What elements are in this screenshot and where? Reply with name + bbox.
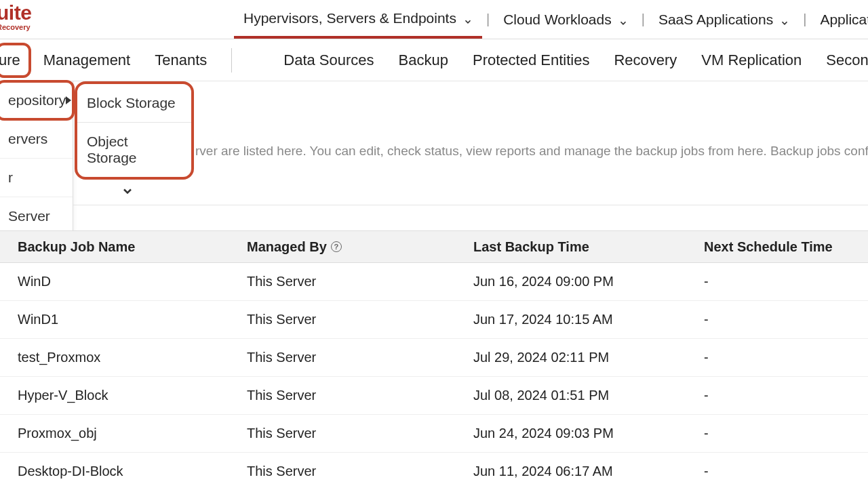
top-nav: uite Recovery Hypervisors, Servers & End… [0, 0, 868, 39]
top-nav-label: SaaS Applications [658, 12, 773, 28]
submenu-item[interactable]: Object Storage [77, 123, 191, 177]
chevron-down-icon [618, 15, 628, 24]
page-description: rver are listed here. You can edit, chec… [195, 144, 868, 159]
chevron-down-icon [121, 184, 134, 198]
top-nav-item[interactable]: Cloud Workloads [494, 1, 637, 39]
chevron-down-icon [780, 15, 789, 24]
sub-nav-left: ureManagementTenants [0, 39, 244, 81]
th-next[interactable]: Next Schedule Time [694, 239, 868, 255]
table-row[interactable]: Desktop-DI-BlockThis ServerJun 11, 2024 … [0, 453, 868, 488]
sub-nav-item[interactable]: Backup [387, 39, 460, 81]
sub-nav-item[interactable]: Data Sources [271, 39, 386, 81]
cell-last-backup: Jun 16, 2024 09:00 PM [464, 274, 694, 289]
sub-nav-item[interactable]: Tenants [142, 39, 219, 81]
chevron-down-icon [463, 14, 473, 23]
cell-next-schedule: - [694, 388, 868, 403]
th-managed-label: Managed By [247, 239, 327, 255]
th-last[interactable]: Last Backup Time [464, 239, 694, 255]
th-last-label: Last Backup Time [473, 239, 589, 255]
cell-managed-by: This Server [237, 274, 464, 289]
th-managed[interactable]: Managed By? [237, 239, 464, 255]
nav-separator: | [799, 12, 810, 27]
cell-next-schedule: - [694, 426, 868, 441]
th-name-label: Backup Job Name [18, 239, 135, 255]
side-menu-label: Server [8, 208, 50, 224]
table-body: WinDThis ServerJun 16, 2024 09:00 PM-Win… [0, 263, 868, 488]
nav-separator: | [482, 12, 494, 27]
sub-nav-item[interactable]: ure [0, 43, 31, 78]
caret-right-icon [66, 96, 71, 104]
cell-job-name: WinD1 [0, 312, 237, 327]
logo-subtitle: Recovery [0, 23, 31, 31]
sub-nav-item[interactable]: Management [31, 39, 142, 81]
help-icon[interactable]: ? [331, 241, 342, 252]
top-nav-item[interactable]: Applications & D [810, 1, 868, 39]
nav-separator: | [637, 12, 649, 27]
sub-nav-item[interactable]: Recovery [601, 39, 689, 81]
top-nav-label: Hypervisors, Servers & Endpoints [243, 10, 456, 26]
divider [73, 205, 868, 205]
top-nav-label: Cloud Workloads [503, 12, 612, 28]
cell-last-backup: Jul 08, 2024 01:51 PM [464, 388, 694, 403]
cell-next-schedule: - [694, 350, 868, 365]
top-nav-item[interactable]: SaaS Applications [649, 1, 799, 39]
cell-last-backup: Jun 17, 2024 10:15 AM [464, 312, 694, 327]
table-row[interactable]: test_ProxmoxThis ServerJul 29, 2024 02:1… [0, 339, 868, 377]
backup-jobs-table: Backup Job Name Managed By? Last Backup … [0, 230, 868, 488]
logo-title: uite [0, 1, 31, 24]
cell-managed-by: This Server [237, 464, 464, 479]
cell-job-name: test_Proxmox [0, 350, 237, 365]
cell-managed-by: This Server [237, 350, 464, 365]
top-nav-label: Applications & D [820, 12, 868, 28]
cell-managed-by: This Server [237, 388, 464, 403]
top-nav-items: Hypervisors, Servers & Endpoints|Cloud W… [234, 1, 868, 39]
cell-last-backup: Jul 29, 2024 02:11 PM [464, 350, 694, 365]
sub-nav-right: Data SourcesBackupProtected EntitiesReco… [271, 39, 868, 81]
cell-next-schedule: - [694, 312, 868, 327]
table-row[interactable]: Proxmox_objThis ServerJun 24, 2024 09:03… [0, 415, 868, 453]
cell-last-backup: Jun 24, 2024 09:03 PM [464, 426, 694, 441]
sub-nav-item[interactable]: Secondary Copy [814, 39, 868, 81]
side-menu-label: epository [8, 92, 66, 108]
cell-job-name: Desktop-DI-Block [0, 464, 237, 479]
cell-managed-by: This Server [237, 312, 464, 327]
side-menu-item[interactable]: r [0, 159, 73, 197]
th-next-label: Next Schedule Time [704, 239, 833, 255]
cell-job-name: WinD [0, 274, 237, 289]
table-row[interactable]: WinD1This ServerJun 17, 2024 10:15 AM- [0, 301, 868, 339]
cell-next-schedule: - [694, 464, 868, 479]
expand-toggle[interactable] [121, 184, 134, 201]
storage-submenu: Block StorageObject Storage [75, 81, 194, 180]
table-header-row: Backup Job Name Managed By? Last Backup … [0, 230, 868, 263]
side-menu-item[interactable]: epository [0, 81, 73, 120]
side-menu-label: r [8, 169, 13, 186]
sub-nav-item[interactable]: Protected Entities [460, 39, 601, 81]
cell-next-schedule: - [694, 274, 868, 289]
nav-divider [231, 48, 232, 73]
th-name[interactable]: Backup Job Name [0, 239, 237, 255]
side-menu-item[interactable]: Server [0, 197, 73, 235]
sub-nav: ureManagementTenants Data SourcesBackupP… [0, 39, 868, 81]
side-menu: epositoryerversr Server [0, 81, 73, 236]
cell-last-backup: Jun 11, 2024 06:17 AM [464, 464, 694, 479]
submenu-item[interactable]: Block Storage [77, 84, 191, 123]
side-menu-item[interactable]: ervers [0, 120, 73, 159]
cell-job-name: Proxmox_obj [0, 426, 237, 441]
top-nav-item[interactable]: Hypervisors, Servers & Endpoints [234, 1, 482, 39]
cell-managed-by: This Server [237, 426, 464, 441]
side-menu-label: ervers [8, 131, 47, 147]
table-row[interactable]: Hyper-V_BlockThis ServerJul 08, 2024 01:… [0, 377, 868, 415]
cell-job-name: Hyper-V_Block [0, 388, 237, 403]
table-row[interactable]: WinDThis ServerJun 16, 2024 09:00 PM- [0, 263, 868, 301]
sub-nav-item[interactable]: VM Replication [689, 39, 814, 81]
